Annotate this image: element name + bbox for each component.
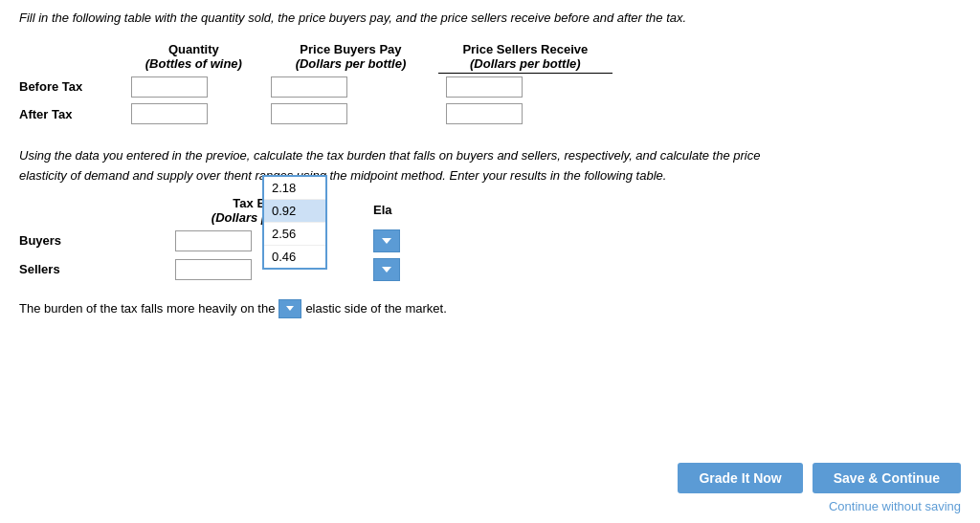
after-tax-buyers-input[interactable]	[271, 103, 347, 124]
mid-text-block: Using the data you entered in the previo…	[19, 146, 961, 186]
button-row: Grade It Now Save & Continue	[678, 463, 961, 493]
sellers-label: Sellers	[19, 255, 167, 284]
table2: Tax Burden (Dollars per bottle) Ela Buye…	[19, 194, 498, 284]
burden-dropdown-btn[interactable]	[278, 299, 301, 318]
before-tax-buyers-input[interactable]	[271, 76, 347, 98]
buyers-tax-input[interactable]	[175, 230, 252, 251]
mid-text-line2: elasticity of demand and supply over the	[19, 168, 241, 183]
table-row: Buyers	[19, 227, 498, 255]
table-row: Sellers	[19, 255, 498, 284]
price-dropdown-overlay[interactable]: 2.18 0.92 2.56 0.46	[262, 175, 327, 270]
burden-text-row: The burden of the tax falls more heavily…	[19, 299, 961, 318]
sellers-elas-dropdown-btn[interactable]	[373, 258, 400, 281]
dropdown-item-4[interactable]: 0.46	[264, 246, 325, 268]
instructions-text: Fill in the following table with the qua…	[19, 10, 961, 27]
before-tax-label: Before Tax	[19, 74, 123, 101]
dropdown-item-2[interactable]: 0.92	[264, 200, 325, 223]
after-tax-label: After Tax	[19, 100, 123, 127]
burden-inline-select	[278, 299, 301, 318]
before-tax-quantity-cell	[123, 74, 263, 101]
dropdown-item-3[interactable]: 2.56	[264, 223, 325, 246]
col-price-buyers-header: Price Buyers Pay (Dollars per bottle)	[263, 40, 437, 74]
buyers-elas-dropdown-btn[interactable]	[373, 229, 400, 252]
burden-text-post: elastic side of the market.	[305, 301, 446, 316]
mid-text-line1: Using the data you entered in the previo	[19, 148, 240, 163]
before-tax-sellers-cell	[438, 74, 612, 101]
table1: Quantity (Bottles of wine) Price Buyers …	[19, 40, 612, 127]
burden-text-pre: The burden of the tax falls more heavily…	[19, 301, 275, 316]
buyers-elas-dropdown	[373, 229, 490, 252]
second-table-wrapper: Tax Burden (Dollars per bottle) Ela Buye…	[19, 194, 961, 284]
after-tax-buyers-cell	[263, 100, 437, 127]
col-elasticity-header: Ela	[366, 194, 498, 227]
bottom-actions: Grade It Now Save & Continue Continue wi…	[678, 463, 961, 513]
sellers-elas-cell	[366, 255, 498, 284]
dropdown-item-1[interactable]: 2.18	[264, 177, 325, 200]
buyers-label: Buyers	[19, 227, 167, 255]
after-tax-quantity-cell	[123, 100, 263, 127]
grade-button[interactable]: Grade It Now	[678, 463, 802, 493]
col-price-sellers-header: Price Sellers Receive (Dollars per bottl…	[438, 40, 612, 74]
first-table-wrapper: Fill in the following table with the qua…	[19, 10, 961, 127]
save-continue-button[interactable]: Save & Continue	[813, 463, 961, 493]
table-row: After Tax	[19, 100, 612, 127]
after-tax-sellers-cell	[438, 100, 612, 127]
before-tax-quantity-input[interactable]	[131, 76, 208, 98]
sellers-tax-input[interactable]	[175, 259, 252, 280]
after-tax-quantity-input[interactable]	[131, 103, 208, 124]
before-tax-sellers-input[interactable]	[446, 76, 523, 98]
table-row: Before Tax	[19, 74, 612, 101]
continue-without-saving-link[interactable]: Continue without saving	[829, 499, 961, 513]
before-tax-buyers-cell	[263, 74, 437, 101]
sellers-elas-dropdown	[373, 258, 490, 281]
col-quantity-header: Quantity (Bottles of wine)	[123, 40, 263, 74]
mid-text-line1b: e, calculate the tax burden that falls o…	[240, 148, 761, 163]
buyers-elas-cell	[366, 227, 498, 255]
after-tax-sellers-input[interactable]	[446, 103, 523, 124]
